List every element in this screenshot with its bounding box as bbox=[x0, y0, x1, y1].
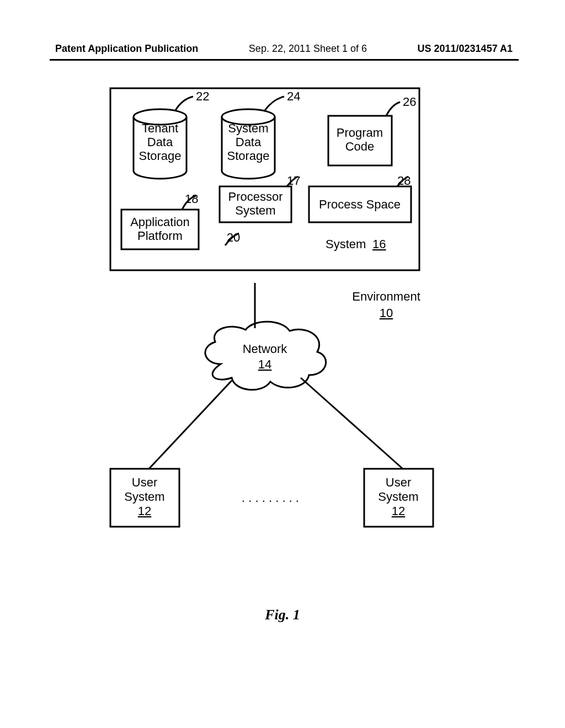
system-16-num: 16 bbox=[372, 237, 386, 251]
app-l2: Platform bbox=[137, 229, 183, 243]
user-left-l1: User bbox=[132, 475, 157, 489]
network-num: 14 bbox=[258, 357, 271, 371]
system-l3: Storage bbox=[227, 149, 269, 163]
user-right-l2: System bbox=[378, 490, 418, 504]
line-cloud-right bbox=[301, 378, 403, 469]
line-cloud-left bbox=[149, 381, 232, 469]
user-right-num: 12 bbox=[392, 504, 405, 518]
tenant-l2: Data bbox=[147, 135, 173, 149]
processor-l2: System bbox=[235, 204, 275, 217]
header-left: Patent Application Publication bbox=[55, 43, 198, 55]
user-left-num: 12 bbox=[138, 504, 151, 518]
env-num: 10 bbox=[380, 306, 393, 320]
ref-17: 17 bbox=[287, 174, 300, 188]
system-data-storage: System Data Storage bbox=[222, 109, 275, 179]
app-l1: Application bbox=[130, 215, 190, 229]
user-right-l1: User bbox=[386, 475, 411, 489]
env-word: Environment bbox=[352, 290, 420, 303]
leader-22 bbox=[175, 97, 193, 110]
leader-24 bbox=[265, 97, 284, 110]
ref-24: 24 bbox=[287, 89, 300, 103]
ref-22: 22 bbox=[196, 89, 209, 103]
system-l2: Data bbox=[236, 135, 262, 149]
tenant-l3: Storage bbox=[138, 149, 181, 163]
ellipsis-dots: . . . . . . . . . bbox=[242, 491, 299, 505]
ref-20: 20 bbox=[227, 231, 240, 244]
network-cloud bbox=[205, 322, 326, 390]
leader-26 bbox=[386, 102, 400, 116]
ref-18: 18 bbox=[185, 192, 198, 206]
processor-l1: Processor bbox=[228, 190, 282, 204]
process-space: Process Space bbox=[319, 197, 401, 211]
figure-caption: Fig. 1 bbox=[0, 607, 565, 623]
tenant-l1: Tenant bbox=[142, 121, 178, 135]
diagram-canvas: .st { fill: none; stroke: #000; stroke-w… bbox=[0, 72, 565, 596]
program-l1: Program bbox=[337, 126, 383, 140]
header-right: US 2011/0231457 A1 bbox=[418, 43, 513, 55]
tenant-data-storage: Tenant Data Storage bbox=[134, 109, 186, 179]
header-center: Sep. 22, 2011 Sheet 1 of 6 bbox=[249, 43, 367, 55]
system-16-word: System bbox=[326, 237, 366, 251]
network-word: Network bbox=[243, 342, 288, 356]
ref-28: 28 bbox=[397, 174, 411, 188]
header-rule bbox=[50, 59, 519, 61]
user-left-l2: System bbox=[124, 490, 164, 504]
system-l1: System bbox=[228, 121, 268, 135]
ref-26: 26 bbox=[403, 95, 416, 109]
program-l2: Code bbox=[345, 140, 375, 153]
